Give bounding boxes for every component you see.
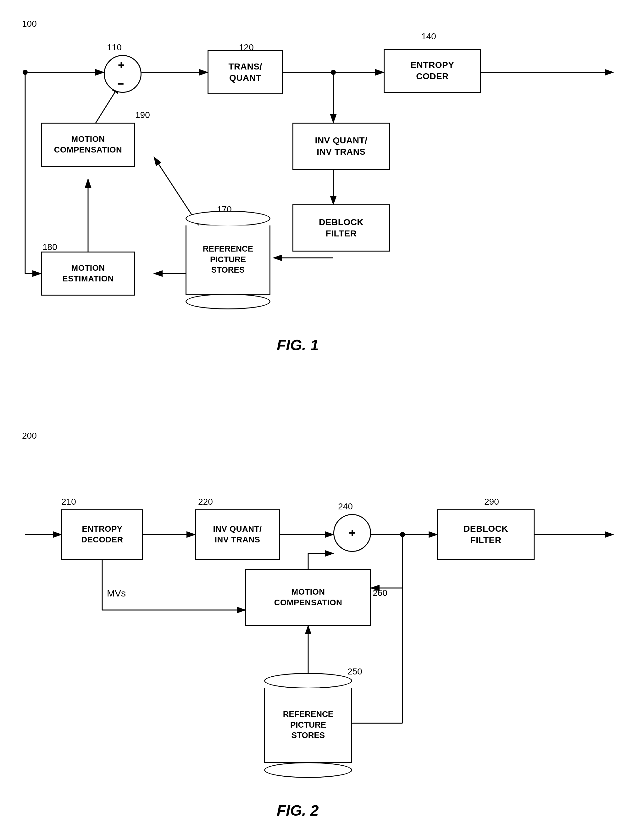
ref-180: 180 bbox=[42, 242, 57, 252]
box-deblock-filter-fig1: DEBLOCK FILTER bbox=[292, 205, 390, 251]
box-motion-compensation-fig2: MOTION COMPENSATION bbox=[245, 569, 371, 626]
box-motion-compensation-fig1: MOTION COMPENSATION bbox=[41, 123, 135, 166]
ref-200: 200 bbox=[22, 431, 37, 441]
svg-point-21 bbox=[400, 532, 405, 537]
box-deblock-filter-fig2: DEBLOCK FILTER bbox=[437, 509, 535, 560]
ref-290: 290 bbox=[484, 497, 499, 507]
ref-220: 220 bbox=[198, 497, 213, 507]
summing-junction-240: + bbox=[333, 514, 371, 552]
box-entropy-coder: ENTROPY CODER bbox=[384, 49, 481, 93]
plus-sign-240: + bbox=[349, 526, 356, 540]
box-inv-quant-trans-fig2: INV QUANT/ INV TRANS bbox=[195, 509, 280, 560]
minus-sign-110: − bbox=[117, 77, 124, 91]
diagram-container: 100 110 + − 120 TRANS/ QUANT 140 ENTROPY… bbox=[0, 0, 644, 832]
box-inv-quant-trans-fig1: INV QUANT/ INV TRANS bbox=[292, 123, 390, 170]
ref-240: 240 bbox=[338, 502, 353, 512]
svg-point-3 bbox=[22, 70, 28, 75]
mvs-label: MVs bbox=[107, 588, 126, 599]
fig1-caption: FIG. 1 bbox=[277, 336, 319, 354]
ref-100: 100 bbox=[22, 19, 37, 29]
box-entropy-decoder: ENTROPY DECODER bbox=[61, 509, 143, 560]
fig2-caption: FIG. 2 bbox=[277, 802, 319, 819]
summing-junction-110: + − bbox=[104, 55, 141, 93]
plus-sign-110: + bbox=[118, 59, 125, 72]
box-motion-estimation-fig1: MOTION ESTIMATION bbox=[41, 251, 135, 296]
ref-260: 260 bbox=[373, 588, 388, 598]
ref-140: 140 bbox=[421, 32, 436, 42]
box-trans-quant: TRANS/ QUANT bbox=[208, 50, 283, 94]
ref-190: 190 bbox=[135, 110, 150, 120]
cylinder-ref-pic-stores-fig2: REFERENCE PICTURE STORES bbox=[264, 673, 352, 778]
ref-210: 210 bbox=[61, 497, 76, 507]
ref-110: 110 bbox=[107, 42, 122, 53]
svg-point-6 bbox=[331, 70, 336, 75]
cylinder-ref-pic-stores-fig1: REFERENCE PICTURE STORES bbox=[186, 211, 271, 309]
